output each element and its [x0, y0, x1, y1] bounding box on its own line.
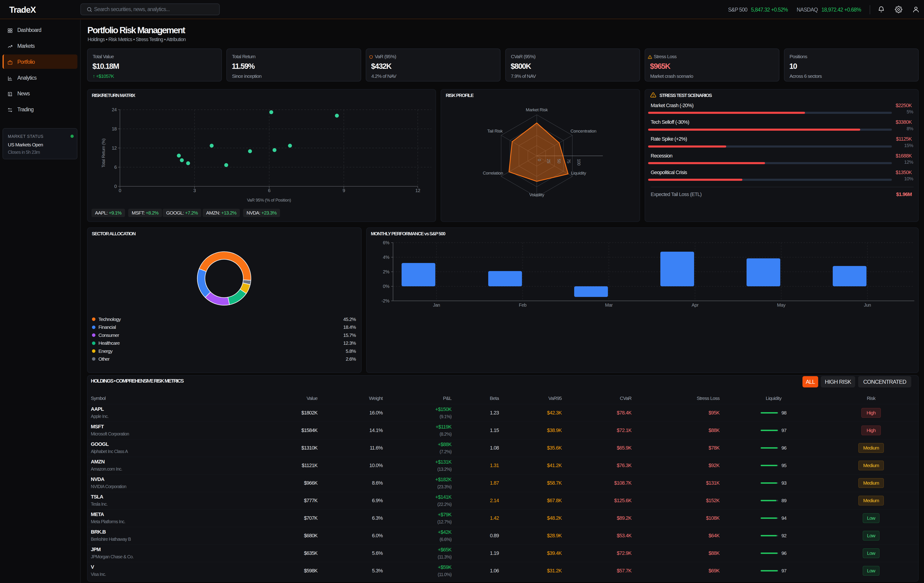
svg-text:6: 6 — [268, 188, 271, 193]
svg-text:0%: 0% — [383, 284, 389, 289]
svg-text:25: 25 — [546, 159, 551, 163]
svg-text:3: 3 — [193, 188, 196, 193]
svg-text:0: 0 — [119, 188, 121, 193]
svg-text:6%: 6% — [383, 240, 389, 245]
svg-text:VaR 95% (% of Position): VaR 95% (% of Position) — [247, 198, 291, 203]
svg-text:Concentration: Concentration — [571, 128, 596, 133]
svg-text:24: 24 — [112, 107, 117, 112]
svg-text:Feb: Feb — [519, 303, 526, 308]
svg-text:12: 12 — [112, 145, 117, 150]
svg-text:Jan: Jan — [433, 303, 440, 308]
svg-text:9: 9 — [343, 188, 345, 193]
svg-text:Liquidity: Liquidity — [571, 171, 586, 176]
svg-text:Tail Risk: Tail Risk — [487, 128, 503, 133]
svg-text:100: 100 — [576, 159, 581, 166]
svg-text:0: 0 — [114, 184, 117, 189]
svg-text:2%: 2% — [383, 269, 389, 274]
svg-text:18: 18 — [112, 126, 117, 132]
svg-text:12: 12 — [415, 188, 420, 193]
svg-text:-2%: -2% — [381, 298, 389, 303]
svg-text:75: 75 — [566, 159, 571, 163]
svg-text:Total Return (%): Total Return (%) — [101, 138, 106, 168]
svg-text:6: 6 — [114, 165, 117, 170]
svg-text:0: 0 — [537, 159, 541, 161]
svg-text:Apr: Apr — [691, 303, 698, 308]
svg-text:Mar: Mar — [605, 303, 613, 308]
svg-text:Jun: Jun — [864, 303, 871, 308]
svg-text:Market Risk: Market Risk — [526, 107, 548, 112]
svg-text:Correlation: Correlation — [483, 171, 503, 176]
svg-text:4%: 4% — [383, 255, 389, 260]
svg-text:Volatility: Volatility — [530, 192, 544, 197]
svg-text:50: 50 — [557, 159, 561, 163]
svg-text:May: May — [777, 303, 785, 308]
